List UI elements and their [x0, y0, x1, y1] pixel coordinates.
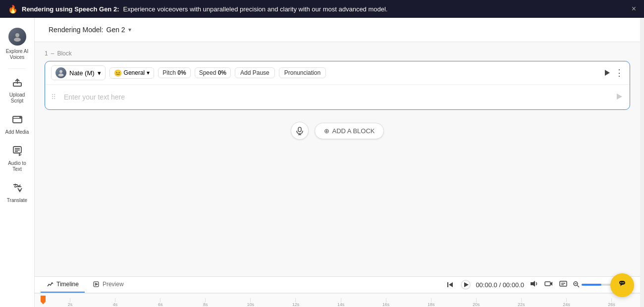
translate-icon — [12, 182, 23, 196]
block-type-label: Block — [57, 50, 71, 57]
pronunciation-button[interactable]: Pronunciation — [279, 67, 326, 78]
banner-text-normal: Experience voiceovers with unparalleled … — [123, 5, 387, 13]
upload-icon — [12, 77, 23, 90]
audio-to-text-icon — [12, 145, 23, 158]
user-avatar — [8, 28, 26, 46]
timeline-ruler: 2s 4s 6s 8s 10s 12s 14s 16s 18s 20s 22s … — [35, 293, 640, 307]
style-label: General — [124, 69, 145, 76]
text-placeholder: Enter your text here — [64, 93, 616, 101]
speed-label: Speed — [199, 69, 216, 76]
svg-marker-15 — [617, 94, 622, 100]
block-more-button[interactable]: ⋮ — [615, 67, 624, 78]
caption-button[interactable] — [558, 278, 569, 291]
script-area: 1 – Block Nate (M) — [35, 42, 640, 276]
pitch-label: Pitch — [162, 69, 176, 76]
block-label: 1 – Block — [45, 50, 630, 57]
time-current: 00:00.0 — [476, 281, 497, 289]
content-header: Rendering Model: Gen 2 ▾ — [35, 18, 640, 42]
time-separator: / — [499, 281, 501, 289]
add-media-icon — [12, 114, 23, 127]
svg-point-12 — [59, 70, 62, 73]
rendering-model-chevron: ▾ — [128, 26, 131, 33]
svg-point-13 — [58, 74, 64, 77]
svg-rect-28 — [560, 281, 567, 286]
svg-point-0 — [15, 33, 19, 37]
fire-icon: 🔥 — [8, 4, 18, 14]
svg-line-32 — [578, 285, 580, 287]
mic-button[interactable] — [291, 122, 309, 140]
speed-button[interactable]: Speed 0% — [195, 67, 231, 78]
voice-chevron-icon: ▾ — [98, 69, 101, 77]
bottom-panel: Timeline Preview — [35, 276, 640, 307]
svg-marker-20 — [95, 283, 98, 285]
drag-handle-icon: ⠿ — [51, 93, 56, 101]
voice-avatar — [55, 67, 66, 78]
time-display: 00:00.0 / 00:00.0 — [476, 281, 524, 289]
add-block-plus-icon: ⊕ — [324, 127, 329, 135]
voice-selector[interactable]: Nate (M) ▾ — [51, 65, 106, 80]
add-block-button[interactable]: ⊕ ADD A BLOCK — [315, 123, 384, 139]
sidebar-item-translate[interactable]: Translate — [2, 178, 33, 207]
volume-button[interactable] — [528, 278, 539, 291]
voice-name: Nate (M) — [69, 69, 95, 77]
svg-point-5 — [20, 117, 21, 118]
svg-point-40 — [622, 282, 623, 283]
rendering-model-value: Gen 2 — [107, 26, 125, 34]
sidebar-item-upload-script[interactable]: Upload Script — [2, 73, 33, 108]
tab-preview[interactable]: Preview — [87, 277, 130, 293]
tab-timeline-label: Timeline — [56, 281, 79, 288]
rendering-model-selector[interactable]: Rendering Model: Gen 2 ▾ — [45, 24, 135, 36]
block-play-button[interactable] — [603, 69, 611, 77]
sidebar-item-add-media[interactable]: Add Media — [2, 110, 33, 139]
sidebar-item-audio-to-text-label: Audio to Text — [5, 160, 30, 172]
skip-back-button[interactable] — [445, 279, 456, 290]
style-chevron-icon: ▾ — [147, 69, 150, 76]
text-area-play-button[interactable] — [616, 93, 623, 102]
sidebar-item-audio-to-text[interactable]: Audio to Text — [2, 141, 33, 176]
block-toolbar: Nate (M) ▾ 😐 General ▾ Pitch 0% Speed — [45, 61, 630, 85]
add-block-row: ⊕ ADD A BLOCK — [45, 118, 630, 144]
sidebar-item-translate-label: Translate — [7, 198, 27, 204]
time-total: 00:00.0 — [503, 281, 524, 289]
speed-value: 0% — [218, 69, 226, 76]
ruler-ticks: 2s 4s 6s 8s 10s 12s 14s 16s 18s 20s 22s … — [48, 294, 634, 307]
close-banner-button[interactable]: × — [632, 4, 636, 13]
camera-button[interactable] — [543, 278, 554, 291]
sidebar-item-explore-ai[interactable]: Explore AI Voices — [2, 24, 33, 64]
style-emoji: 😐 — [114, 69, 122, 77]
svg-rect-26 — [545, 282, 550, 286]
sidebar-item-explore-ai-label: Explore AI Voices — [5, 49, 30, 60]
block-number: 1 — [45, 50, 48, 57]
svg-marker-25 — [531, 281, 535, 287]
block-text-area[interactable]: ⠿ Enter your text here — [45, 85, 630, 109]
playhead-indicator — [41, 296, 46, 305]
add-pause-button[interactable]: Add Pause — [235, 67, 275, 78]
block-separator: – — [51, 50, 54, 57]
svg-rect-16 — [298, 127, 301, 132]
scrollbar-track[interactable] — [640, 18, 644, 307]
bottom-tabs: Timeline Preview — [35, 277, 640, 293]
svg-point-41 — [623, 282, 624, 283]
play-pause-button[interactable] — [460, 279, 472, 291]
style-selector[interactable]: 😐 General ▾ — [109, 67, 155, 79]
pitch-value: 0% — [177, 69, 186, 76]
more-icon: ⋮ — [615, 67, 624, 78]
add-block-label: ADD A BLOCK — [332, 127, 375, 135]
sidebar-item-upload-script-label: Upload Script — [5, 92, 30, 104]
svg-marker-24 — [464, 282, 469, 287]
banner-text-bold: Rendering using Speech Gen 2: — [22, 5, 119, 13]
chat-support-button[interactable] — [610, 273, 634, 297]
notification-banner: 🔥 Rendering using Speech Gen 2: Experien… — [0, 0, 644, 18]
rendering-model-label: Rendering Model: — [49, 26, 104, 34]
sidebar-item-add-media-label: Add Media — [5, 129, 29, 135]
block-card: Nate (M) ▾ 😐 General ▾ Pitch 0% Speed — [45, 61, 630, 110]
svg-point-1 — [14, 38, 21, 42]
sidebar: Explore AI Voices Upload Script — [0, 18, 35, 307]
pitch-button[interactable]: Pitch 0% — [158, 67, 190, 78]
chat-icon — [616, 277, 629, 293]
zoom-out-button[interactable] — [573, 281, 580, 289]
svg-marker-14 — [605, 70, 610, 76]
svg-marker-21 — [449, 282, 453, 287]
tab-preview-label: Preview — [103, 281, 124, 288]
tab-timeline[interactable]: Timeline — [41, 277, 85, 293]
